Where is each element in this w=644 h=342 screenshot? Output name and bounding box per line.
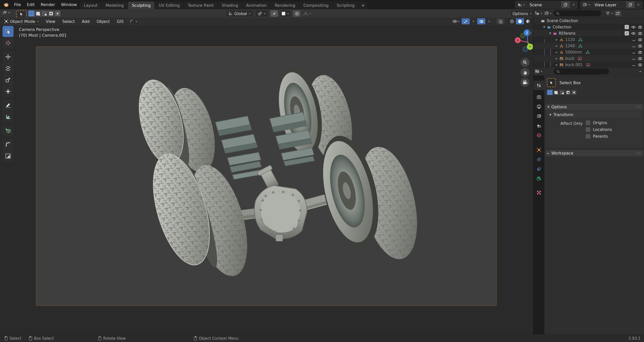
tab-scripting[interactable]: Scripting [333,2,358,9]
eye-open-icon[interactable] [631,32,636,35]
camera-icon[interactable] [638,25,642,29]
tab-modeling[interactable]: Modeling [102,2,128,9]
view-layer-browse[interactable] [580,1,592,8]
tool-measure[interactable] [3,111,14,122]
editor-type-button[interactable] [2,10,10,15]
shading-wireframe-button[interactable] [508,18,516,24]
outliner-row-buck[interactable]: ► buck [533,55,644,62]
blender-logo-icon[interactable] [3,2,9,8]
show-overlays-toggle[interactable] [477,18,485,24]
properties-options-dropdown[interactable] [639,70,642,73]
outliner-row-1120[interactable]: ► 1120 [533,36,644,43]
show-gizmo-toggle[interactable] [462,18,470,24]
overlays-dropdown[interactable] [486,18,492,24]
select-mode-invert[interactable] [565,90,571,95]
tool-select-box[interactable] [3,26,14,37]
workspace-panel-header[interactable]: ► Workspace ∷∷ [545,150,643,156]
disclosure-closed-icon[interactable]: ► [555,51,558,54]
outliner-search-input[interactable] [553,10,601,16]
camera-icon[interactable] [638,50,642,54]
mode-dropdown[interactable]: Object Mode [2,18,42,25]
tab-object[interactable] [533,145,544,155]
locations-checkbox[interactable] [586,127,590,132]
outliner-editor-type-button[interactable] [535,11,543,16]
object-visibility-dropdown[interactable] [452,18,461,24]
disclosure-closed-icon[interactable]: ► [555,44,558,47]
tab-object-data[interactable] [533,174,544,183]
select-mode-intersect[interactable] [571,90,577,95]
outliner-display-mode-button[interactable] [544,11,552,16]
camera-icon[interactable] [638,31,642,35]
menu-file[interactable]: File [11,2,24,7]
tool-scale[interactable] [3,74,14,85]
tool-move[interactable] [3,51,14,62]
exclude-checkbox[interactable]: ✓ [625,31,629,35]
new-collection-button[interactable] [615,10,621,16]
gizmo-dropdown[interactable] [471,18,476,24]
select-mode-invert[interactable] [48,10,54,17]
menu-window[interactable]: Window [58,2,80,7]
tab-physics[interactable] [533,155,544,164]
sidebar-collapse-button[interactable]: ‹ [529,29,532,36]
outliner-row-scene-collection[interactable]: Scene Collection [533,18,644,24]
menu-gis[interactable]: GIS [114,19,126,24]
snap-toggle[interactable] [270,10,278,17]
gis-tool-dropdown[interactable] [128,18,140,25]
tab-layout[interactable]: Layout [80,2,101,9]
select-mode-set[interactable] [547,90,553,95]
eye-closed-icon[interactable] [632,45,636,47]
select-mode-subtract[interactable] [41,10,48,17]
scene-name[interactable]: Scene [528,1,561,8]
parents-checkbox[interactable] [586,134,590,139]
tab-compositing[interactable]: Compositing [300,2,332,9]
tab-view-layer[interactable] [533,111,544,121]
disclosure-open-icon[interactable]: ▼ [548,32,552,35]
camera-icon[interactable] [638,38,642,42]
tool-add-cube[interactable] [3,125,14,136]
disclosure-closed-icon[interactable]: ► [555,38,558,41]
tool-gis-corner[interactable] [3,139,14,150]
view-layer-remove-button[interactable]: ✕ [635,3,642,7]
eye-closed-icon[interactable] [632,57,636,60]
tab-texture-paint[interactable]: Texture Paint [184,2,217,9]
tab-shading[interactable]: Shading [218,2,242,9]
menu-render[interactable]: Render [38,2,58,7]
active-tool-thumbnail[interactable] [547,78,556,87]
view-layer-new-button[interactable] [626,1,635,8]
select-mode-set[interactable] [28,10,35,17]
origins-checkbox[interactable] [586,120,590,125]
scene-unlink-button[interactable]: ✕ [570,3,577,7]
pan-view-button[interactable] [520,68,530,77]
options-panel-header[interactable]: ▼ Options ∷∷ [545,104,643,110]
tab-sculpting[interactable]: Sculpting [128,2,154,9]
select-mode-subtract[interactable] [559,90,565,95]
outliner-row-5000mm[interactable]: ► 5000mm [533,49,644,55]
active-tool-indicator[interactable] [16,10,27,18]
select-mode-intersect[interactable] [54,10,61,17]
zoom-view-button[interactable] [520,58,530,67]
tool-transform[interactable] [3,86,14,97]
menu-object[interactable]: Object [94,19,112,24]
properties-search-input[interactable] [554,68,609,74]
proportional-falloff-dropdown[interactable] [303,11,311,16]
disclosure-closed-icon[interactable]: ► [555,63,558,66]
exclude-checkbox[interactable]: ✓ [625,25,629,29]
tab-tool[interactable] [533,81,544,90]
view-layer-name[interactable]: View Layer [592,1,626,8]
eye-closed-icon[interactable] [632,64,636,66]
tab-constraints[interactable] [533,164,544,174]
tab-output[interactable] [533,102,544,111]
eye-closed-icon[interactable] [632,51,636,54]
camera-icon[interactable] [638,44,642,48]
select-mode-extend[interactable] [553,90,559,95]
tab-animation[interactable]: Animation [243,2,271,9]
options-dropdown[interactable]: Options [510,10,534,17]
scene-new-button[interactable] [561,1,570,8]
shading-material-button[interactable] [524,18,532,24]
tab-world[interactable] [533,130,544,140]
eye-open-icon[interactable] [631,26,636,29]
outliner-filter-button[interactable] [606,11,613,15]
tab-uv-editing[interactable]: UV Editing [155,2,183,9]
tab-render[interactable] [533,92,544,102]
menu-add[interactable]: Add [79,19,92,24]
